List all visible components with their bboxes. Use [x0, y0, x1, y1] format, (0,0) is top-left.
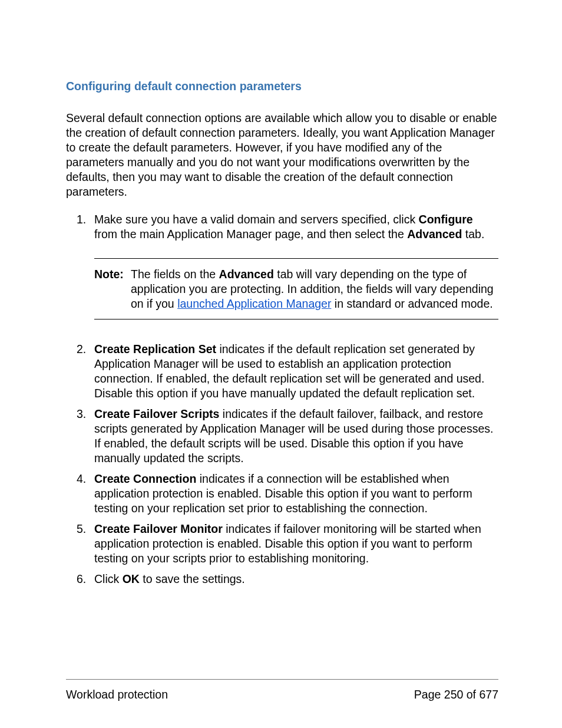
- text: to save the settings.: [140, 572, 245, 585]
- footer-right: Page 250 of 677: [414, 688, 498, 701]
- bold-advanced-2: Advanced: [219, 268, 274, 281]
- step-4: Create Connection indicates if a connect…: [66, 472, 498, 516]
- page-footer: Workload protection Page 250 of 677: [66, 679, 498, 701]
- bold-advanced: Advanced: [407, 228, 462, 241]
- document-page: Configuring default connection parameter…: [0, 0, 562, 728]
- footer-left: Workload protection: [66, 688, 168, 701]
- text: Make sure you have a valid domain and se…: [94, 213, 419, 226]
- text: tab.: [462, 228, 484, 241]
- bold-create-failover-scripts: Create Failover Scripts: [94, 407, 219, 420]
- step-2: Create Replication Set indicates if the …: [66, 342, 498, 401]
- text: Click: [94, 572, 123, 585]
- bold-create-replication-set: Create Replication Set: [94, 342, 216, 355]
- bold-create-failover-monitor: Create Failover Monitor: [94, 522, 223, 535]
- note-label: Note:: [94, 267, 131, 311]
- steps-list: Make sure you have a valid domain and se…: [66, 212, 498, 587]
- text: from the main Application Manager page, …: [94, 228, 407, 241]
- text: The fields on the: [131, 268, 219, 281]
- note-body: The fields on the Advanced tab will vary…: [131, 267, 498, 311]
- text: in standard or advanced mode.: [331, 297, 492, 310]
- intro-paragraph: Several default connection options are a…: [66, 111, 498, 199]
- bold-create-connection: Create Connection: [94, 472, 196, 485]
- bold-configure: Configure: [419, 213, 473, 226]
- note-box: Note: The fields on the Advanced tab wil…: [94, 258, 498, 320]
- bold-ok: OK: [123, 572, 140, 585]
- link-launched-app-manager[interactable]: launched Application Manager: [177, 297, 331, 310]
- step-6: Click OK to save the settings.: [66, 572, 498, 587]
- step-1: Make sure you have a valid domain and se…: [66, 212, 498, 337]
- section-heading: Configuring default connection parameter…: [66, 80, 498, 93]
- step-3: Create Failover Scripts indicates if the…: [66, 407, 498, 466]
- step-5: Create Failover Monitor indicates if fai…: [66, 522, 498, 566]
